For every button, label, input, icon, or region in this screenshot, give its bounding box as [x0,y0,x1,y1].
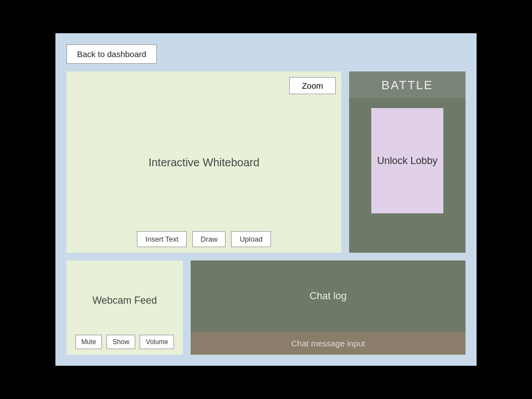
insert-text-button[interactable]: Insert Text [137,231,187,247]
show-button[interactable]: Show [106,335,135,349]
chat-log: Chat log [191,260,466,332]
top-bar: Back to dashboard [66,44,466,64]
whiteboard-label: Interactive Whiteboard [149,156,259,169]
chat-panel: Chat log Chat message input [191,260,466,355]
webcam-toolbar: Mute Show Volume [75,335,175,349]
upload-button[interactable]: Upload [231,231,270,247]
battle-panel: BATTLE Unlock Lobby [349,71,466,253]
webcam-panel: Webcam Feed Mute Show Volume [66,260,183,355]
unlock-lobby-button[interactable]: Unlock Lobby [371,108,443,213]
chat-input[interactable]: Chat message input [191,332,466,355]
whiteboard-panel: Zoom Interactive Whiteboard Insert Text … [66,71,341,253]
bottom-row: Webcam Feed Mute Show Volume Chat log Ch… [66,260,466,355]
mute-button[interactable]: Mute [75,335,103,349]
webcam-label: Webcam Feed [93,266,157,335]
battle-header: BATTLE [349,71,466,98]
back-to-dashboard-button[interactable]: Back to dashboard [66,44,157,64]
app-container: Back to dashboard Zoom Interactive White… [55,33,477,366]
volume-button[interactable]: Volume [140,335,174,349]
whiteboard-toolbar: Insert Text Draw Upload [72,227,336,247]
whiteboard-content: Interactive Whiteboard [72,99,336,227]
draw-button[interactable]: Draw [192,231,226,247]
zoom-button[interactable]: Zoom [289,77,336,94]
main-row: Zoom Interactive Whiteboard Insert Text … [66,71,466,253]
